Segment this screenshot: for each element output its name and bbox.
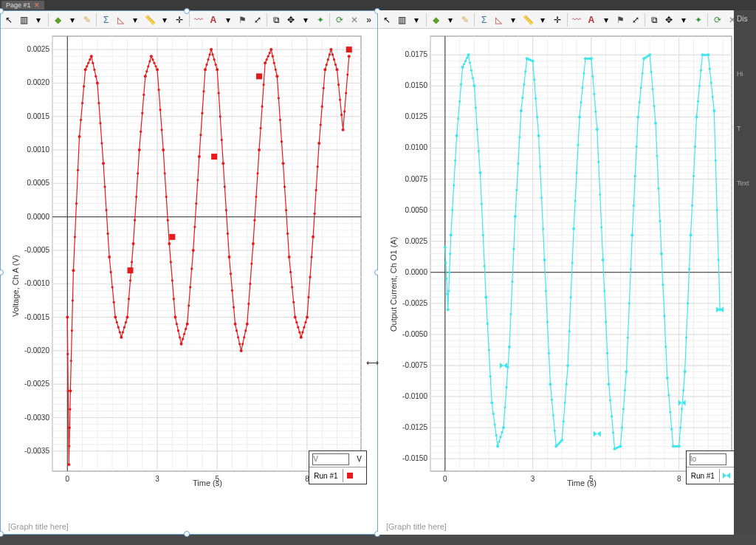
pan-icon[interactable]: ✥ [662,13,676,27]
svg-point-248 [247,303,250,305]
curve-icon[interactable]: 〰 [570,13,584,27]
curve-icon[interactable]: 〰 [192,13,206,27]
more-icon[interactable]: » [362,13,376,27]
splitter-handle[interactable]: ⟷ [366,357,379,368]
chart-panel-current[interactable]: ↖▥▾◆▾✎Σ◺▾📏▾✛〰A▾⚑⤢⧉✥▾✦⟳✕» -0.0150-0.0125-… [378,10,756,535]
right-side-panel[interactable]: Dis Hi T Text [734,10,756,535]
zoom-select-icon[interactable]: ⧉ [647,13,662,27]
zoom-select-icon[interactable]: ⧉ [269,13,284,27]
dropdown-icon[interactable]: ▾ [599,13,613,27]
y-axis-label-right[interactable]: Output Current, Ch O1 (A) [389,237,398,332]
page-icon[interactable]: ▥ [395,13,409,27]
dropdown-icon[interactable]: ▾ [410,13,424,27]
ruler-icon[interactable]: 📏 [521,13,535,27]
svg-point-143 [90,55,93,58]
zoom-fit-icon[interactable]: ⤢ [628,13,642,27]
svg-point-305 [333,58,335,61]
pencil-icon[interactable]: ✎ [458,13,472,27]
svg-point-635 [712,95,714,97]
zoom-fit-icon[interactable]: ⤢ [250,13,264,27]
x-axis-label-right[interactable]: Time (s) [567,479,597,487]
svg-point-604 [666,377,669,380]
sparkle-icon[interactable]: ✦ [314,13,328,27]
shapes-icon[interactable]: ◆ [429,13,443,27]
svg-point-272 [284,185,286,188]
chart-panel-voltage[interactable]: ↖▥▾◆▾✎Σ◺▾📏▾✛〰A▾⚑⤢⧉✥▾✦⟳✕» -0.0035-0.0030-… [0,10,378,535]
page-icon[interactable]: ▥ [17,13,31,27]
plot-area-left[interactable]: -0.0035-0.0030-0.0025-0.0020-0.0015-0.00… [1,29,377,505]
pencil-icon[interactable]: ✎ [80,13,94,27]
title-placeholder-right[interactable]: [Graph title here] [386,522,447,531]
refresh-icon[interactable]: ⟳ [332,13,346,27]
svg-point-515 [536,116,538,118]
dropdown-icon[interactable]: ▾ [158,13,172,27]
svg-text:-0.0050: -0.0050 [402,330,427,338]
legend-name-input-right[interactable] [690,453,726,465]
svg-point-557 [597,161,599,163]
dropdown-icon[interactable]: ▾ [506,13,520,27]
legend-left[interactable]: V Run #1 [309,450,367,484]
pan-icon[interactable]: ✥ [284,13,298,27]
dropdown-icon[interactable]: ▾ [299,13,313,27]
pointer-icon[interactable]: ↖ [2,13,16,27]
svg-point-183 [150,55,153,58]
svg-point-639 [718,258,720,261]
legend-series-label: V [352,455,366,463]
x-axis-label-left[interactable]: Time (s) [193,479,222,487]
sigma-icon[interactable]: Σ [477,13,491,27]
svg-point-543 [577,144,579,146]
right-panel-label[interactable]: Hi [734,69,756,79]
sigma-icon[interactable]: Σ [99,13,113,27]
dropdown-icon[interactable]: ▾ [66,13,80,27]
svg-point-206 [185,328,187,330]
x-icon[interactable]: ✕ [347,13,361,27]
svg-point-306 [334,64,337,66]
svg-point-175 [138,148,141,151]
legend-name-input-left[interactable] [312,453,349,465]
svg-point-468 [467,53,470,56]
ruler-icon[interactable]: 📏 [143,13,157,27]
text-a-icon[interactable]: A [584,13,598,27]
dropdown-icon[interactable]: ▾ [221,13,235,27]
flag-icon[interactable]: ⚑ [614,13,628,27]
dropdown-icon[interactable]: ▾ [444,13,458,27]
triangle-icon[interactable]: ◺ [492,13,506,27]
svg-point-597 [656,154,658,157]
svg-point-576 [625,370,628,373]
triangle-icon[interactable]: ◺ [114,13,128,27]
svg-point-534 [564,402,566,404]
svg-text:0.0000: 0.0000 [405,268,427,276]
page-tab[interactable]: Page #1 ✕ [1,1,44,10]
right-panel-label[interactable]: T [734,123,756,134]
svg-text:8: 8 [677,475,681,483]
svg-text:-0.0030: -0.0030 [24,414,49,422]
svg-point-485 [492,413,495,415]
dropdown-icon[interactable]: ▾ [536,13,550,27]
svg-text:0.0125: 0.0125 [405,112,427,120]
refresh-icon[interactable]: ⟳ [710,13,724,27]
svg-point-627 [700,69,702,72]
y-axis-label-left[interactable]: Voltage, Ch A (V) [11,255,20,317]
crosshair-icon[interactable]: ✛ [173,13,187,27]
crosshair-icon[interactable]: ✛ [551,13,565,27]
shapes-icon[interactable]: ◆ [51,13,65,27]
svg-point-470 [470,69,472,72]
dropdown-icon[interactable]: ▾ [32,13,46,27]
svg-point-242 [238,343,241,345]
plot-area-right[interactable]: -0.0150-0.0125-0.0100-0.0075-0.0050-0.00… [379,29,755,505]
close-icon[interactable]: ✕ [34,1,40,9]
svg-point-502 [517,162,519,165]
svg-point-581 [633,205,635,207]
title-placeholder-left[interactable]: [Graph title here] [8,522,69,531]
text-a-icon[interactable]: A [206,13,220,27]
svg-text:-0.0150: -0.0150 [402,454,427,462]
pointer-icon[interactable]: ↖ [380,13,394,27]
svg-text:-0.0020: -0.0020 [24,346,49,354]
dropdown-icon[interactable]: ▾ [128,13,142,27]
right-panel-label[interactable]: Text [734,178,756,188]
flag-icon[interactable]: ⚑ [236,13,250,27]
sparkle-icon[interactable]: ✦ [692,13,706,27]
dropdown-icon[interactable]: ▾ [677,13,691,27]
svg-point-533 [563,420,565,422]
svg-point-280 [295,321,298,323]
